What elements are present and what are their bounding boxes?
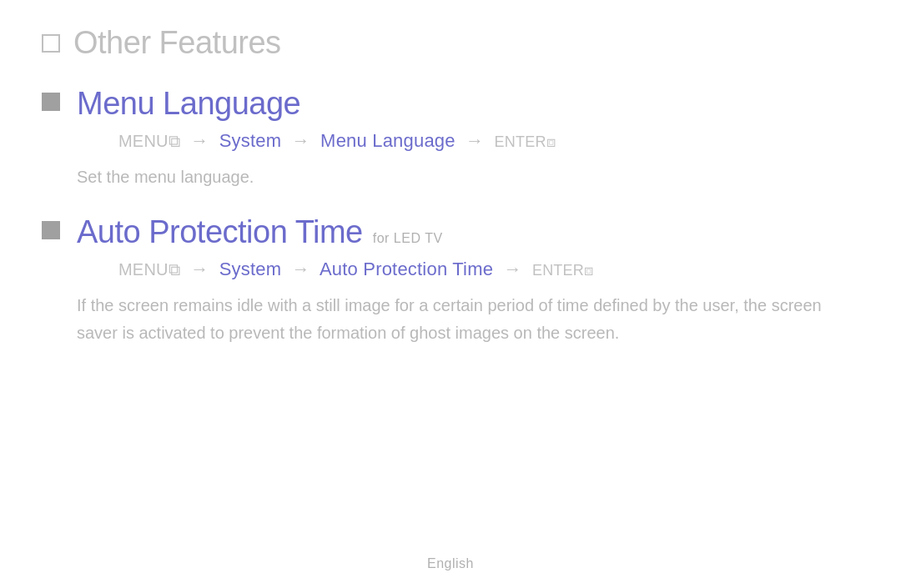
feature-auto-protection: Auto Protection Time for LED TV MENU⧉ → … [42, 214, 859, 347]
feature-menu-language: Menu Language MENU⧉ → System → Menu Lang… [42, 86, 859, 191]
breadcrumb-menu-icon-2: MENU⧉ [118, 260, 180, 279]
feature-badge-auto-protection: for LED TV [373, 231, 443, 246]
breadcrumb-system-2: System [219, 259, 282, 279]
feature-description-auto-protection: If the screen remains idle with a still … [77, 292, 859, 347]
feature-description-menu-language: Set the menu language. [77, 163, 859, 191]
breadcrumb-enter-1: ENTER⧈ [495, 133, 556, 150]
breadcrumb-enter-2: ENTER⧈ [532, 262, 593, 279]
breadcrumb-menu-icon: MENU⧉ [118, 132, 180, 150]
section-header: Other Features [42, 25, 859, 61]
footer-language: English [427, 556, 474, 571]
feature-icon-menu-language [42, 93, 60, 111]
page-container: Other Features Menu Language MENU⧉ → Sys… [0, 0, 901, 588]
feature-title-row-menu-language: Menu Language [77, 86, 859, 122]
feature-title-row-auto-protection: Auto Protection Time for LED TV [77, 214, 859, 250]
feature-content-menu-language: Menu Language MENU⧉ → System → Menu Lang… [77, 86, 859, 191]
section-title: Other Features [73, 25, 281, 61]
feature-title-menu-language: Menu Language [77, 86, 300, 122]
feature-icon-auto-protection [42, 221, 60, 239]
breadcrumb-system-1: System [219, 130, 282, 151]
breadcrumb-auto-protection-link: Auto Protection Time [320, 259, 493, 279]
breadcrumb-menu-language-link: Menu Language [320, 130, 456, 151]
breadcrumb-auto-protection: MENU⧉ → System → Auto Protection Time → … [118, 259, 859, 280]
feature-content-auto-protection: Auto Protection Time for LED TV MENU⧉ → … [77, 214, 859, 347]
feature-title-auto-protection: Auto Protection Time [77, 214, 363, 250]
section-icon [42, 34, 60, 53]
breadcrumb-menu-language: MENU⧉ → System → Menu Language → ENTER⧈ [118, 130, 859, 152]
